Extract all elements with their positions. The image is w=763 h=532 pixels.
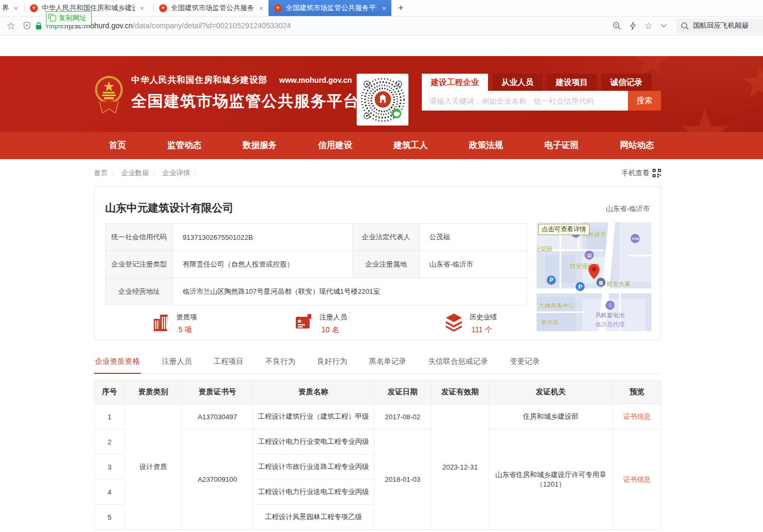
qualification-name: 工程设计市政行业道路工程专业丙级 xyxy=(253,455,374,480)
urlbar-actions: ☆ xyxy=(612,20,667,32)
address-bar[interactable]: https://jzsc.mohurd.gov.cn/data/company/… xyxy=(23,21,607,30)
parking-icon: P xyxy=(547,276,556,285)
address-value: 临沂市兰山区陶然路107号星河晶都（联安）现代城1号楼2201室 xyxy=(173,278,527,306)
stat-label: 注册人员 xyxy=(319,312,347,322)
location-map[interactable]: 点击可查看详情 ♨ 九州超市 ATM 纪花园 ▤ 联安现代城 P P ▦ 联安大… xyxy=(537,222,651,331)
favorite-star-icon[interactable]: ☆ xyxy=(644,20,652,32)
row-no: 3 xyxy=(95,455,125,480)
nav-item-policy[interactable]: 政策法规 xyxy=(454,140,518,151)
brand-text: 中华人民共和国住房和城乡建设部 www.mohurd.gov.cn 全国建筑市场… xyxy=(131,75,359,112)
credit-code-label: 统一社会信用代码 xyxy=(106,224,173,251)
wechat-qr-code xyxy=(357,74,408,126)
row-no: 2 xyxy=(95,429,125,455)
browser-tab-3[interactable]: 全国建筑市场监管公共服务平台 × xyxy=(154,0,269,16)
map-label-garden: 纪花园 xyxy=(537,245,552,253)
tab-close-icon[interactable]: × xyxy=(14,4,18,12)
nav-item-workers[interactable]: 建筑工人 xyxy=(379,140,443,151)
map-tooltip: 点击可查看详情 xyxy=(538,224,589,235)
table-row: 企业经营地址 临沂市兰山区陶然路107号星河晶都（联安）现代城1号楼2201室 xyxy=(106,278,527,306)
nav-item-site-news[interactable]: 网站动态 xyxy=(605,140,669,151)
detail-tabs: 企业资质资格 注册人员 工程项目 不良行为 良好行为 黑名单记录 失信联合惩戒记… xyxy=(94,351,661,374)
site-brand: 中华人民共和国住房和城乡建设部 www.mohurd.gov.cn 全国建筑市场… xyxy=(94,74,359,113)
company-name: 山东中元建筑设计有限公司 xyxy=(105,201,233,215)
qr-code-icon xyxy=(652,169,661,177)
tab-registered-personnel[interactable]: 注册人员 xyxy=(161,351,193,373)
table-row: 企业登记注册类型 有限责任公司（自然人投资或控股） 企业注册属地 山东省-临沂市 xyxy=(106,251,527,278)
nav-item-supervision[interactable]: 监管动态 xyxy=(152,140,216,151)
table-row: 1 设计资质 A137030497 工程设计建筑行业（建筑工程）甲级 2017-… xyxy=(95,404,662,429)
mobile-view-label: 手机查看 xyxy=(622,168,649,178)
tab-title: 全国建筑市场监管公共服务平台 xyxy=(286,3,377,13)
chevron-down-icon[interactable] xyxy=(660,24,667,28)
issue-date: 2017-08-02 xyxy=(374,404,431,429)
ministry-name: 中华人民共和国住房和城乡建设部 xyxy=(131,75,268,86)
nav-item-data-service[interactable]: 数据服务 xyxy=(228,140,292,151)
tab-good-behavior[interactable]: 良好行为 xyxy=(316,351,348,373)
battery-poi-icon: ▯ xyxy=(605,301,615,310)
quick-search-text: 国航回应飞机颠簸 xyxy=(693,21,749,30)
tab-close-icon[interactable]: × xyxy=(382,4,386,12)
building-icon xyxy=(152,312,170,332)
browser-tab-1[interactable]: 界 × xyxy=(0,0,25,16)
breadcrumb-company-data[interactable]: 企业数据 xyxy=(121,168,149,178)
mobile-view-control[interactable]: 手机查看 xyxy=(622,168,661,178)
stat-historical-performance[interactable]: 历史业绩 111 个 xyxy=(444,312,497,335)
col-发证有效期: 发证有效期 xyxy=(431,380,489,404)
tab-blacklist[interactable]: 黑名单记录 xyxy=(368,351,407,373)
map-label-jiufeng: 九峰商务中心 xyxy=(539,302,574,310)
url-path: /data/company/detail?id=0021052912405330… xyxy=(133,21,291,30)
flash-save-icon[interactable] xyxy=(630,21,636,30)
table-row: 统一社会信用代码 91371302675501022B 企业法定代表人 公茂福 xyxy=(106,224,527,251)
zoom-out-icon[interactable] xyxy=(612,21,622,30)
copy-icon xyxy=(50,15,56,21)
stat-qualifications[interactable]: 资质项 5 项 xyxy=(152,312,197,335)
tab-close-icon[interactable]: × xyxy=(259,4,263,12)
header-search-tabs: 建设工程企业 从业人员 建设项目 诚信记录 xyxy=(422,74,661,91)
search-tab-personnel[interactable]: 从业人员 xyxy=(492,74,542,91)
search-tab-enterprise[interactable]: 建设工程企业 xyxy=(422,74,488,91)
issue-date: 2018-01-03 xyxy=(374,429,431,530)
breadcrumb-company-detail[interactable]: 企业详情 xyxy=(162,168,190,178)
breadcrumb-home[interactable]: 首页 xyxy=(94,168,108,178)
tab-close-icon[interactable]: × xyxy=(140,4,144,12)
stat-value: 10 名 xyxy=(319,325,347,335)
reg-area-value: 山东省-临沂市 xyxy=(420,251,527,278)
tab-dishonesty-records[interactable]: 失信联合惩戒记录 xyxy=(427,351,489,373)
stat-registered-personnel[interactable]: 注册人员 10 名 xyxy=(294,312,347,335)
stat-value: 5 项 xyxy=(176,325,197,335)
map-label-lianan-tower: 联安大厦 xyxy=(607,280,630,288)
tab-projects[interactable]: 工程项目 xyxy=(213,351,245,373)
map-label-battery-1: 风帆蓄电池 xyxy=(595,311,625,319)
legal-rep-value: 公茂福 xyxy=(420,224,527,251)
tab-change-records[interactable]: 变更记录 xyxy=(509,351,541,373)
tower-poi-icon: ▦ xyxy=(596,278,605,287)
browser-tab-active[interactable]: 全国建筑市场监管公共服务平台 × xyxy=(269,0,391,16)
col-资质名称: 资质名称 xyxy=(253,380,374,404)
lock-icon xyxy=(35,22,42,30)
tab-bad-behavior[interactable]: 不良行为 xyxy=(264,351,296,373)
nav-item-e-license[interactable]: 电子证照 xyxy=(530,140,594,151)
gov-emblem-favicon xyxy=(274,4,282,12)
shield-plus-icon xyxy=(23,21,31,30)
search-tab-credit[interactable]: 诚信记录 xyxy=(601,74,651,91)
keyword-search-input[interactable] xyxy=(422,91,628,111)
gov-emblem-favicon xyxy=(30,4,38,12)
certificate-info-link[interactable]: 证书信息 xyxy=(623,475,651,483)
nav-item-credit[interactable]: 信用建设 xyxy=(303,140,367,151)
tab-qualifications[interactable]: 企业资质资格 xyxy=(94,351,141,374)
credit-code-value: 91371302675501022B xyxy=(173,224,353,251)
nav-item-home[interactable]: 首页 xyxy=(94,140,141,151)
browser-quick-search[interactable]: 国航回应飞机颠簸 xyxy=(677,19,763,33)
browser-urlbar: ☆ https://jzsc.mohurd.gov.cn/data/compan… xyxy=(0,17,763,35)
bookmark-star-icon[interactable]: ☆ xyxy=(6,20,15,32)
company-location-pin xyxy=(588,264,600,279)
col-预览: 预览 xyxy=(613,380,662,404)
ministry-site: www.mohurd.gov.cn xyxy=(279,76,352,84)
company-summary-card: 山东中元建筑设计有限公司 山东省-临沂市 统一社会信用代码 9137130267… xyxy=(94,186,661,340)
platform-title: 全国建筑市场监管公共服务平台 xyxy=(131,91,359,112)
browser-window: 界 × 中华人民共和国住房和城乡建设 × 全国建筑市场监管公共服务平台 × 全国… xyxy=(0,0,763,532)
search-button[interactable]: 搜索 xyxy=(628,91,661,111)
certificate-info-link[interactable]: 证书信息 xyxy=(623,412,651,420)
search-tab-project[interactable]: 建设项目 xyxy=(547,74,597,91)
new-tab-button[interactable]: + xyxy=(391,0,410,16)
